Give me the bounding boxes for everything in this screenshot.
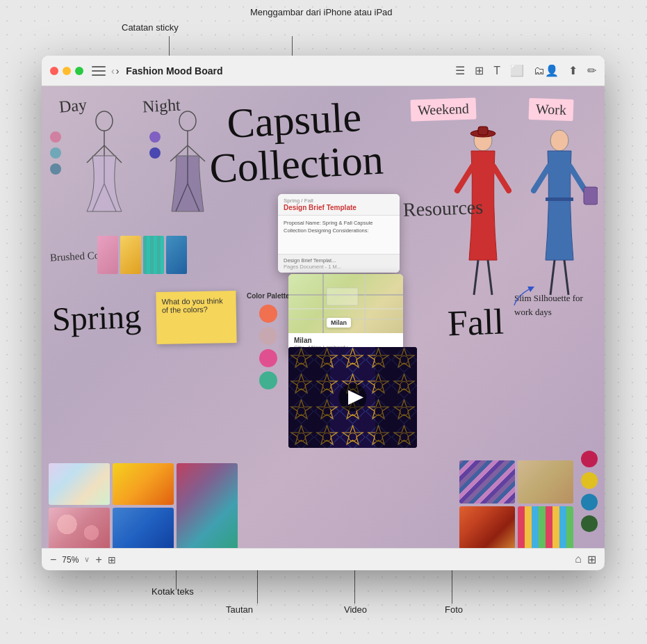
right-color-red <box>581 451 598 467</box>
photo-beige-fabric[interactable] <box>518 460 573 504</box>
work-label: Work <box>529 98 574 121</box>
map-city-label: Milan <box>327 318 351 328</box>
svg-rect-23 <box>288 347 330 448</box>
back-button[interactable]: ‹ <box>111 65 115 77</box>
window-title: Fashion Mood Board <box>126 65 455 77</box>
resources-subtitle: Spring / Fall <box>284 198 394 204</box>
photo-col-1 <box>49 463 110 549</box>
right-color-green <box>581 515 598 532</box>
left-color-dots <box>50 131 61 175</box>
photo-flowers[interactable] <box>49 508 110 549</box>
share-icon[interactable]: ⬆ <box>568 64 578 77</box>
close-button[interactable] <box>50 67 58 75</box>
video-annotation: Video <box>344 604 367 615</box>
traffic-lights <box>50 67 83 75</box>
resources-footer-detail: Pages Document - 1 M... <box>284 264 394 270</box>
resources-label: Resources <box>402 196 483 221</box>
fashion-sketch-left <box>59 100 254 225</box>
svg-rect-24 <box>375 347 417 448</box>
svg-point-0 <box>96 111 113 131</box>
color-dot-5 <box>149 147 161 159</box>
right-photo-row-2 <box>459 506 573 549</box>
photo-yellow-orange[interactable] <box>113 463 174 505</box>
minimize-button[interactable] <box>63 67 71 75</box>
user-icon[interactable]: 👤 <box>545 64 559 77</box>
video-tile[interactable] <box>288 347 417 448</box>
zoom-chevron[interactable]: ∨ <box>84 555 90 564</box>
fullscreen-button[interactable] <box>75 67 83 75</box>
swatch-pink <box>97 236 118 274</box>
sidebar-toggle-button[interactable] <box>92 66 106 76</box>
color-palette: Color Palette <box>247 291 290 389</box>
svg-line-39 <box>550 260 555 295</box>
zoom-in-button[interactable]: + <box>95 554 101 566</box>
sticky-note-annotation: Catatan sticky <box>122 22 179 33</box>
edit-icon[interactable]: ✏ <box>587 64 596 77</box>
svg-line-36 <box>534 166 549 191</box>
zoom-bar: − 75% ∨ + ⊞ ⌂ ⊞ <box>42 548 605 570</box>
photo-annotation: Foto <box>445 604 463 615</box>
forward-button[interactable]: › <box>116 65 120 77</box>
svg-line-31 <box>493 166 509 191</box>
nav-arrows: ‹ › <box>111 65 119 77</box>
fall-text: Fall <box>447 301 505 344</box>
moroccan-pattern-svg <box>288 347 417 448</box>
right-color-blue <box>581 494 598 510</box>
photo-holographic[interactable] <box>49 463 110 505</box>
fabric-swatches <box>97 236 187 274</box>
image-icon[interactable]: ⬜ <box>510 64 524 77</box>
swatch-teal <box>143 236 164 274</box>
svg-line-37 <box>570 166 585 191</box>
svg-rect-38 <box>584 187 598 204</box>
night-label: Night <box>142 96 181 117</box>
palette-color-2 <box>259 327 277 345</box>
main-window: ‹ › Fashion Mood Board ☰ ⊞ T ⬜ 🗂 👤 ⬆ ✏ D… <box>42 56 605 570</box>
notes-icon[interactable]: ☰ <box>455 64 465 77</box>
photo-fabrics[interactable] <box>177 463 238 549</box>
resources-footer-name: Design Brief Templat... <box>284 257 394 264</box>
svg-point-6 <box>179 111 196 131</box>
resources-card[interactable]: Spring / Fall Design Brief Template Prop… <box>278 194 400 273</box>
photo-chevron[interactable] <box>459 460 515 504</box>
link-annotation: Tautan <box>226 604 253 615</box>
svg-line-32 <box>474 260 478 295</box>
color-dot-3 <box>50 163 61 175</box>
palette-color-3 <box>259 349 277 367</box>
resources-content: Proposal Name: Spring & Fall Capsule Col… <box>278 216 400 254</box>
svg-rect-29 <box>478 127 488 135</box>
slim-arrow <box>511 281 546 309</box>
home-icon[interactable]: ⌂ <box>575 553 582 566</box>
photo-orange-red[interactable] <box>459 506 515 549</box>
weekend-label: Weekend <box>411 97 477 121</box>
resources-title: Design Brief Template <box>284 204 394 211</box>
right-color-circles <box>581 451 598 532</box>
right-bottom-photos <box>459 460 573 549</box>
right-color-yellow <box>581 472 598 489</box>
draw-from-iphone-annotation: Menggambar dari iPhone atau iPad <box>250 7 393 17</box>
svg-line-33 <box>488 260 492 295</box>
sticky-note[interactable]: What do you think of the colors? <box>156 291 236 344</box>
svg-line-40 <box>564 260 568 295</box>
text-icon[interactable]: T <box>493 65 500 77</box>
map-card[interactable]: Milan Milan City · Milan Lombardy <box>288 274 403 354</box>
svg-rect-17 <box>327 288 358 305</box>
copy-icon[interactable]: ⊞ <box>475 64 484 77</box>
zoom-fit-button[interactable]: ⊞ <box>108 554 116 565</box>
photo-candies[interactable] <box>113 508 174 549</box>
svg-point-34 <box>550 130 568 151</box>
svg-line-30 <box>457 166 473 191</box>
map-city-name: Milan <box>294 337 398 344</box>
swatch-blue <box>166 236 187 274</box>
grid-icon[interactable]: ⊞ <box>587 553 596 566</box>
right-icons: 👤 ⬆ ✏ <box>545 64 596 77</box>
canvas-area: Day Night <box>42 86 605 570</box>
right-photo-row-1 <box>459 460 573 504</box>
map-image: Milan <box>288 274 403 333</box>
palette-color-4 <box>259 371 277 389</box>
photo-stripe-fabric[interactable] <box>518 506 573 549</box>
svg-rect-35 <box>546 198 573 201</box>
zoom-out-button[interactable]: − <box>50 554 56 565</box>
folder-icon[interactable]: 🗂 <box>534 65 545 77</box>
titlebar: ‹ › Fashion Mood Board ☰ ⊞ T ⬜ 🗂 👤 ⬆ ✏ <box>42 56 605 86</box>
toolbar-icons: ☰ ⊞ T ⬜ 🗂 <box>455 64 545 77</box>
